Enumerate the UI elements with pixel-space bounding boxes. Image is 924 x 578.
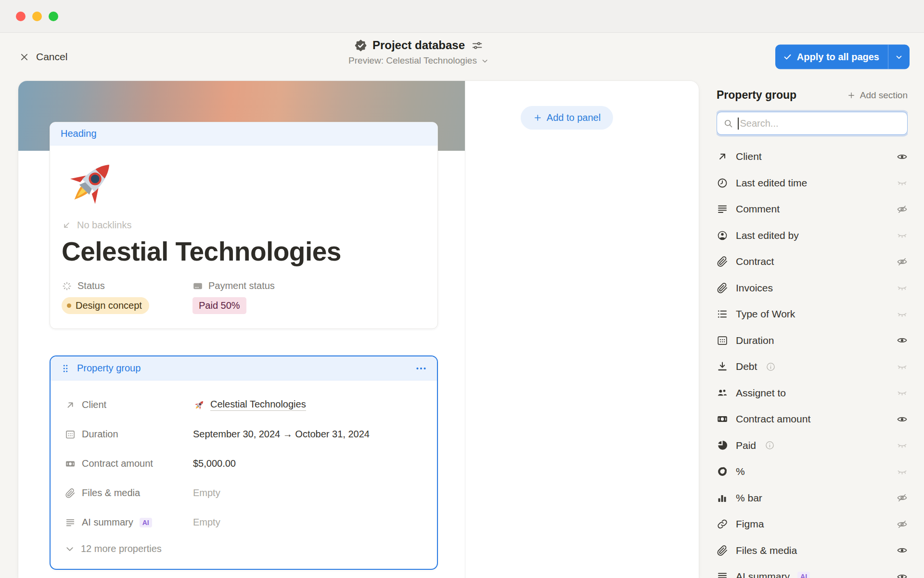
property-row-client[interactable]: Client Celestial Technologies	[65, 390, 424, 420]
apply-to-all-pages-button[interactable]: Apply to all pages	[775, 45, 910, 69]
sidebar-item-duration[interactable]: Duration	[717, 328, 908, 354]
payment-status-badge[interactable]: Paid 50%	[192, 297, 246, 314]
maximize-window-button[interactable]	[49, 12, 58, 21]
pie-icon	[717, 440, 728, 451]
clock-icon	[717, 177, 728, 189]
visibility-open-eye-icon[interactable]	[897, 151, 908, 162]
page-preview-panel: Add to panel Heading No backlinks Celest…	[18, 81, 699, 578]
property-row-files-media[interactable]: Files & media Empty	[65, 478, 424, 508]
property-row-duration[interactable]: Duration September 30, 2024 → October 31…	[65, 420, 424, 449]
status-dot	[67, 303, 71, 308]
property-row-label: Files & media	[82, 487, 140, 499]
sidebar-item-last-edited-time[interactable]: Last edited time	[717, 170, 908, 197]
chevron-down-icon	[481, 57, 489, 65]
arrow-up-right-icon	[717, 151, 728, 162]
visibility-open-eye-icon[interactable]	[897, 414, 908, 425]
panel-divider	[465, 81, 465, 578]
preview-selector[interactable]: Preview: Celestial Technologies	[348, 55, 489, 66]
sidebar-item-label: Debt	[736, 361, 757, 372]
sidebar-item-contract-amount[interactable]: Contract amount	[717, 406, 908, 433]
sidebar-item-label: Contract amount	[736, 413, 810, 425]
paperclip-icon	[717, 545, 728, 556]
visibility-slashed-eye-icon[interactable]	[897, 519, 908, 530]
property-group-section[interactable]: Property group Client Celestial Technolo…	[50, 355, 438, 570]
property-row-value: Celestial Technologies	[210, 399, 306, 411]
visibility-slashed-eye-icon[interactable]	[897, 492, 908, 503]
visibility-closed-eye-icon[interactable]	[897, 466, 908, 477]
property-row-label: Duration	[82, 429, 118, 440]
sidebar-item-debt[interactable]: Debt	[717, 354, 908, 380]
status-property: Status Design concept	[62, 280, 192, 314]
sidebar-item-last-edited-by[interactable]: Last edited by	[717, 223, 908, 249]
sidebar-item-label: Client	[736, 151, 762, 162]
visibility-closed-eye-icon[interactable]	[897, 387, 908, 398]
link-icon	[717, 518, 728, 530]
visibility-closed-eye-icon[interactable]	[897, 282, 908, 293]
property-row-value: September 30, 2024 → October 31, 2024	[193, 429, 370, 440]
visibility-closed-eye-icon[interactable]	[897, 440, 908, 451]
check-icon	[783, 53, 792, 62]
sidebar-item-paid[interactable]: Paid	[717, 433, 908, 459]
sidebar-item-client[interactable]: Client	[717, 144, 908, 170]
status-badge[interactable]: Design concept	[62, 297, 149, 314]
sidebar-item-contract[interactable]: Contract	[717, 249, 908, 275]
status-label: Status	[77, 280, 105, 291]
toolbar: Cancel Project database Preview: Celesti…	[0, 33, 924, 81]
apply-dropdown-button[interactable]	[888, 45, 910, 69]
list-icon	[717, 308, 728, 320]
payment-status-property: Payment status Paid 50%	[192, 280, 275, 314]
cancel-button[interactable]: Cancel	[19, 51, 67, 63]
sidebar-item-[interactable]: %	[717, 459, 908, 485]
apply-label: Apply to all pages	[797, 52, 879, 63]
property-row-label: Contract amount	[82, 458, 153, 469]
person-circle-icon	[717, 230, 728, 241]
info-icon	[766, 362, 776, 372]
close-window-button[interactable]	[16, 12, 26, 21]
page-title: Project database	[372, 39, 465, 52]
sidebar-item-comment[interactable]: Comment	[717, 196, 908, 223]
visibility-slashed-eye-icon[interactable]	[897, 204, 908, 215]
sidebar-item-invoices[interactable]: Invoices	[717, 275, 908, 302]
visibility-closed-eye-icon[interactable]	[897, 230, 908, 241]
calendar-icon	[65, 429, 76, 440]
visibility-slashed-eye-icon[interactable]	[897, 256, 908, 267]
property-row-contract-amount[interactable]: Contract amount $5,000.00	[65, 449, 424, 478]
sidebar-item-files-media[interactable]: Files & media	[717, 538, 908, 564]
sidebar-item-assignet-to[interactable]: Assignet to	[717, 380, 908, 407]
more-properties-label: 12 more properties	[81, 543, 162, 554]
heading-section[interactable]: Heading No backlinks Celestial Technolog…	[50, 122, 438, 329]
info-icon	[765, 440, 775, 450]
visibility-closed-eye-icon[interactable]	[897, 177, 908, 188]
backlinks-indicator: No backlinks	[62, 220, 424, 231]
visibility-open-eye-icon[interactable]	[897, 571, 908, 578]
ai-badge: AI	[797, 572, 810, 578]
layout-settings-icon[interactable]	[471, 39, 483, 52]
sidebar-item-ai-summary[interactable]: AI summary AI	[717, 564, 908, 578]
sidebar-item-label: Last edited time	[736, 177, 807, 189]
property-row-ai-summary[interactable]: AI summary AI Empty	[65, 508, 424, 537]
sidebar-item-bar[interactable]: % bar	[717, 485, 908, 512]
heading-section-header[interactable]: Heading	[50, 122, 437, 145]
more-properties-toggle[interactable]: 12 more properties	[65, 543, 424, 554]
drag-handle-icon[interactable]	[60, 363, 71, 374]
search-icon	[723, 118, 733, 129]
minimize-window-button[interactable]	[32, 12, 42, 21]
sidebar-item-figma[interactable]: Figma	[717, 511, 908, 538]
sidebar-item-type-of-work[interactable]: Type of Work	[717, 301, 908, 328]
visibility-closed-eye-icon[interactable]	[897, 361, 908, 372]
banknote-icon	[65, 459, 76, 469]
heading-section-body: No backlinks Celestial Technologies Stat…	[50, 145, 437, 328]
visibility-closed-eye-icon[interactable]	[897, 309, 908, 320]
visibility-open-eye-icon[interactable]	[897, 545, 908, 556]
add-to-panel-label: Add to panel	[547, 112, 601, 123]
property-row-label: Client	[82, 399, 106, 410]
heading-section-label: Heading	[61, 128, 97, 139]
more-options-icon[interactable]	[415, 362, 427, 375]
property-group-header[interactable]: Property group	[51, 356, 437, 381]
add-to-panel-button[interactable]: Add to panel	[521, 106, 613, 130]
add-section-button[interactable]: Add section	[847, 90, 908, 101]
visibility-open-eye-icon[interactable]	[897, 335, 908, 346]
plus-icon	[533, 113, 542, 122]
search-input[interactable]: Search...	[717, 112, 908, 135]
sidebar-item-label: Figma	[736, 518, 764, 530]
